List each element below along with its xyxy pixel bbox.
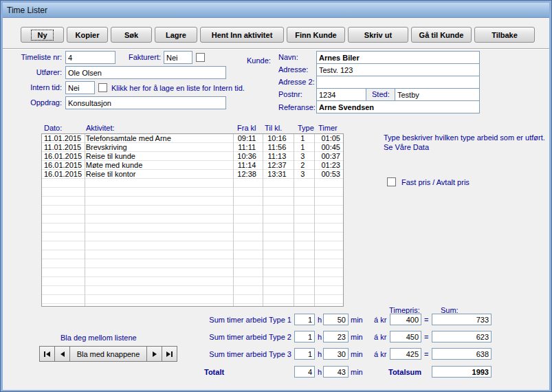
h-label: h [318, 316, 322, 324]
cell-fra: 11:11 [232, 143, 262, 152]
type3-min-field[interactable]: 30 [323, 348, 349, 360]
ga-til-kunde-button[interactable]: Gå til Kunde [411, 27, 472, 43]
cell-til: 13:31 [262, 170, 293, 179]
referanse-field[interactable]: Arne Svendsen [316, 100, 480, 113]
sted-field[interactable]: Testby [395, 88, 480, 101]
total-hours-field[interactable]: 4 [294, 366, 315, 378]
nav-hint: Bla deg mellom listene [60, 334, 137, 342]
intern-tid-hint[interactable]: Klikk her for å lage en liste for Intern… [111, 84, 245, 92]
cell-timer: 01:05 [313, 134, 343, 143]
type1-pris-field[interactable]: 400 [390, 314, 421, 325]
toolbar-divider [3, 48, 549, 50]
cell-fra: 09:11 [232, 134, 262, 143]
fast-pris-label: Fast pris / Avtalt pris [401, 178, 470, 186]
first-page-icon [44, 351, 45, 357]
type3-hours-field[interactable]: 1 [294, 348, 315, 360]
finn-kunde-button[interactable]: Finn Kunde [287, 27, 345, 43]
skriv-ut-button[interactable]: Skriv ut [348, 27, 408, 43]
toolbar: Ny Kopier Søk Lagre Hent Inn aktivitet F… [21, 27, 535, 43]
col-tilkl-header: Til kl. [265, 124, 282, 132]
cell-type: 2 [292, 161, 313, 170]
utforer-field[interactable]: Ole Olsen [65, 66, 226, 79]
min-label: min [351, 316, 363, 324]
type2-min-field[interactable]: 23 [323, 331, 349, 342]
titlebar[interactable]: Time Lister [3, 3, 549, 18]
cell-type: 1 [292, 134, 313, 143]
cell-dato: 11.01.2015 [42, 143, 85, 152]
cell-til: 11:56 [262, 143, 293, 152]
fakturert-field[interactable]: Nei [164, 51, 192, 64]
totalsum-label: Totalsum [388, 368, 421, 376]
nav-prev-button[interactable] [54, 346, 70, 362]
sok-button[interactable]: Søk [111, 27, 152, 43]
fast-pris-checkbox[interactable] [387, 177, 396, 186]
oppdrag-label: Oppdrag: [7, 98, 62, 107]
min-label: min [351, 333, 363, 341]
total-min-field[interactable]: 43 [323, 366, 349, 378]
navn-field[interactable]: Arnes Biler [316, 51, 480, 64]
equals-label: = [424, 316, 428, 324]
h-label: h [318, 350, 322, 358]
fakturert-checkbox[interactable] [196, 53, 205, 62]
adresse-label: Adresse: [278, 65, 308, 74]
type1-hours-field[interactable]: 1 [294, 314, 315, 325]
cell-til: 11:13 [262, 152, 293, 161]
nav-next-button[interactable] [146, 346, 162, 362]
col-dato-header: Dato: [44, 124, 62, 132]
column-separator [85, 134, 85, 306]
nav-label: Bla med knappene [69, 346, 147, 362]
kopier-button[interactable]: Kopier [67, 27, 108, 43]
activity-table[interactable]: 11.01.2015 Telefonsamtale med Arne 09:11… [41, 133, 344, 307]
intern-tid-checkbox[interactable] [98, 83, 107, 92]
timeliste-nr-field[interactable]: 4 [65, 51, 115, 64]
table-row[interactable]: 16.01.2015 Møte med kunde 11:14 12:37 2 … [42, 161, 343, 170]
table-row[interactable]: 11.01.2015 Telefonsamtale med Arne 09:11… [42, 134, 343, 143]
arrow-right-icon [153, 351, 157, 357]
cell-type: 3 [292, 152, 313, 161]
tilbake-button[interactable]: Tilbake [474, 27, 535, 43]
app-window: Time Lister Ny Kopier Søk Lagre Hent Inn… [0, 0, 552, 392]
cell-aktivitet: Reise til kontor [85, 170, 232, 179]
utforer-label: Utfører: [7, 68, 62, 76]
type3-sum-field[interactable]: 638 [432, 348, 492, 360]
table-row[interactable]: 11.01.2015 Brevskriving 11:11 11:56 1 00… [42, 143, 343, 152]
column-separator [314, 134, 315, 306]
oppdrag-field[interactable]: Konsultasjon [65, 96, 226, 109]
type2-hours-field[interactable]: 1 [294, 331, 315, 342]
type1-sum-field[interactable]: 733 [432, 314, 492, 325]
type2-pris-field[interactable]: 450 [390, 331, 421, 342]
record-navigator: Bla med knappene [40, 346, 177, 362]
intern-tid-label: Intern tid: [7, 83, 62, 91]
akr-label: á kr [374, 333, 386, 341]
sum-type1-label: Sum timer arbeid Type 1 [133, 316, 291, 324]
postnr-field[interactable]: 1234 [316, 88, 366, 101]
ny-button[interactable]: Ny [21, 27, 64, 43]
totalt-label: Totalt [204, 368, 224, 376]
cell-fra: 12:38 [232, 170, 262, 179]
h-label: h [318, 368, 322, 376]
table-row[interactable]: 16.01.2015 Reise til kunde 10:36 11:13 3… [42, 152, 343, 161]
cell-dato: 16.01.2015 [42, 152, 85, 161]
type3-pris-field[interactable]: 425 [390, 348, 421, 360]
cell-fra: 11:14 [232, 161, 262, 170]
cell-timer: 01:23 [313, 161, 343, 170]
arrow-left-icon [46, 351, 50, 357]
window-title: Time Lister [7, 6, 47, 15]
sted-label: Sted: [372, 90, 390, 98]
lagre-button[interactable]: Lagre [155, 27, 197, 43]
intern-tid-field[interactable]: Nei [65, 81, 95, 94]
col-frakl-header: Fra kl [237, 124, 256, 132]
nav-first-button[interactable] [39, 346, 55, 362]
type2-sum-field[interactable]: 623 [432, 331, 492, 342]
type1-min-field[interactable]: 50 [323, 314, 349, 325]
navn-label: Navn: [278, 53, 298, 61]
equals-label: = [424, 350, 428, 358]
table-row[interactable]: 16.01.2015 Reise til kontor 12:38 13:31 … [42, 170, 343, 179]
col-aktivitet-header: Aktivitet: [86, 124, 115, 132]
nav-last-button[interactable] [162, 346, 177, 362]
totalsum-field[interactable]: 1993 [432, 366, 492, 378]
adresse2-field[interactable] [316, 76, 480, 89]
hent-inn-aktivitet-button[interactable]: Hent Inn aktivitet [200, 27, 284, 43]
adresse-field[interactable]: Testv. 123 [316, 63, 480, 76]
postnr-label: Postnr: [278, 90, 302, 98]
